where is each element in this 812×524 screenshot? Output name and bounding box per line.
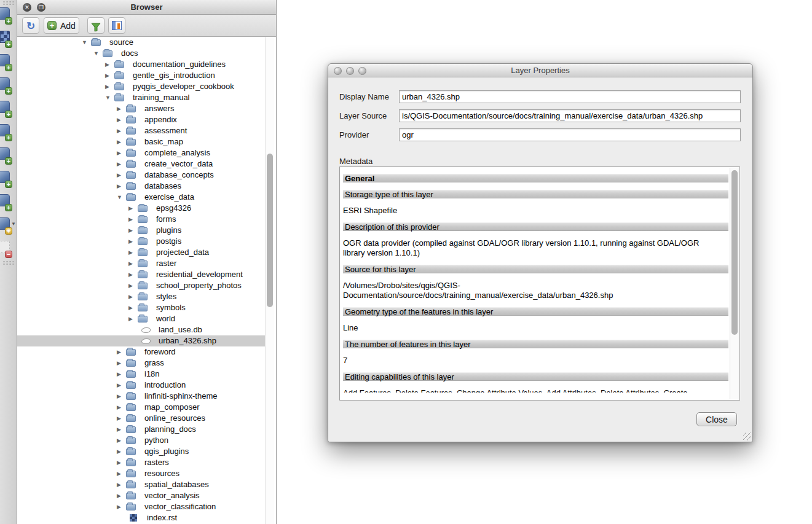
tree-item-qgis-plugins[interactable]: ▶qgis_plugins <box>17 446 266 457</box>
tree-item-projected-data[interactable]: ▶projected_data <box>17 247 266 258</box>
expand-arrow-icon[interactable]: ▶ <box>117 158 121 170</box>
new-shapefile-layer-icon[interactable]: ✳▼ <box>0 216 14 233</box>
tree-item-i18n[interactable]: ▶i18n <box>17 369 266 380</box>
expand-arrow-icon[interactable]: ▶ <box>128 247 133 258</box>
add-raster-layer-icon[interactable]: + <box>0 29 14 47</box>
expand-arrow-icon[interactable]: ▶ <box>117 413 121 424</box>
tree-item-spatial-databases[interactable]: ▶spatial_databases <box>17 479 266 490</box>
expand-arrow-icon[interactable]: ▶ <box>117 170 121 181</box>
tree-item-planning-docs[interactable]: ▶planning_docs <box>17 424 266 435</box>
tree-item-foreword[interactable]: ▶foreword <box>17 346 266 358</box>
expand-arrow-icon[interactable]: ▶ <box>117 103 121 114</box>
add-vector-layer-icon[interactable]: + <box>0 6 14 23</box>
tree-item-styles[interactable]: ▶styles <box>17 291 266 302</box>
collapse-arrow-icon[interactable]: ▼ <box>117 192 122 203</box>
expand-arrow-icon[interactable]: ▶ <box>117 457 121 468</box>
expand-arrow-icon[interactable]: ▶ <box>128 280 133 291</box>
add-wcs-layer-icon[interactable]: + <box>0 146 14 163</box>
tree-scrollbar-thumb[interactable] <box>267 154 273 307</box>
expand-arrow-icon[interactable]: ▶ <box>128 291 133 302</box>
expand-arrow-icon[interactable]: ▶ <box>117 468 121 479</box>
toolbar-drag-handle[interactable] <box>2 260 14 265</box>
tree-item-postgis[interactable]: ▶postgis <box>17 236 266 247</box>
expand-arrow-icon[interactable]: ▶ <box>105 70 109 81</box>
tree-item-source[interactable]: ▼source <box>17 37 266 48</box>
tree-item-documentation-guidelines[interactable]: ▶documentation_guidelines <box>17 59 266 70</box>
tree-item-map-composer[interactable]: ▶map_composer <box>17 402 266 413</box>
tree-item-land-use-db[interactable]: land_use.db <box>17 324 266 335</box>
display-name-field[interactable] <box>399 90 741 103</box>
expand-arrow-icon[interactable]: ▶ <box>128 302 133 313</box>
tree-item-python[interactable]: ▶python <box>17 435 266 446</box>
add-oracle-layer-icon[interactable]: + <box>0 100 14 117</box>
tree-item-database-concepts[interactable]: ▶database_concepts <box>17 170 266 181</box>
tree-item-gentle-gis-introduction[interactable]: ▶gentle_gis_introduction <box>17 70 266 81</box>
tree-item-databases[interactable]: ▶databases <box>17 181 266 192</box>
tree-item-forms[interactable]: ▶forms <box>17 214 266 225</box>
expand-arrow-icon[interactable]: ▶ <box>117 501 121 512</box>
tree-item-introduction[interactable]: ▶introduction <box>17 380 266 391</box>
tree-item-pyqgis-developer-cookbook[interactable]: ▶pyqgis_developer_cookbook <box>17 81 266 92</box>
tree-item-symbols[interactable]: ▶symbols <box>17 302 266 313</box>
filter-button[interactable] <box>87 17 104 34</box>
expand-arrow-icon[interactable]: ▶ <box>128 203 133 214</box>
expand-arrow-icon[interactable]: ▶ <box>117 125 121 136</box>
properties-widget-button[interactable] <box>108 17 125 34</box>
expand-arrow-icon[interactable]: ▶ <box>117 380 121 391</box>
tree-item-complete-analysis[interactable]: ▶complete_analysis <box>17 147 266 158</box>
expand-arrow-icon[interactable]: ▶ <box>117 424 121 435</box>
tree-item-answers[interactable]: ▶answers <box>17 103 266 114</box>
tree-item-school-property-photos[interactable]: ▶school_property_photos <box>17 280 266 291</box>
dialog-titlebar[interactable]: Layer Properties <box>328 64 752 77</box>
expand-arrow-icon[interactable]: ▶ <box>117 391 121 402</box>
add-spatialite-layer-icon[interactable]: + <box>0 76 14 93</box>
metadata-scrollbar[interactable] <box>730 168 739 399</box>
close-button[interactable]: Close <box>696 412 737 426</box>
resize-grip-icon[interactable] <box>743 432 751 440</box>
tree-item-residential-development[interactable]: ▶residential_development <box>17 269 266 280</box>
expand-arrow-icon[interactable]: ▶ <box>117 490 121 501</box>
metadata-scrollbar-thumb[interactable] <box>731 170 738 335</box>
expand-arrow-icon[interactable]: ▶ <box>117 479 121 490</box>
add-delimited-text-layer-icon[interactable]: + <box>0 193 14 210</box>
collapse-arrow-icon[interactable]: ▼ <box>105 92 111 103</box>
tree-item-vector-classification[interactable]: ▶vector_classification <box>17 501 266 512</box>
expand-arrow-icon[interactable]: ▶ <box>128 269 133 280</box>
tree-item-create-vector-data[interactable]: ▶create_vector_data <box>17 158 266 170</box>
expand-arrow-icon[interactable]: ▶ <box>117 402 121 413</box>
expand-arrow-icon[interactable]: ▶ <box>117 346 121 358</box>
tree-item-training-manual[interactable]: ▼training_manual <box>17 92 266 103</box>
add-postgis-layer-icon[interactable]: + <box>0 53 14 70</box>
tree-item-rasters[interactable]: ▶rasters <box>17 457 266 468</box>
add-button[interactable]: + Add <box>44 17 79 34</box>
expand-arrow-icon[interactable]: ▶ <box>117 147 121 158</box>
tree-item-index-rst[interactable]: index.rst <box>17 512 266 523</box>
collapse-arrow-icon[interactable]: ▼ <box>93 48 99 59</box>
expand-arrow-icon[interactable]: ▶ <box>105 59 109 70</box>
tree-scrollbar[interactable] <box>265 37 274 524</box>
tree-item-assessment[interactable]: ▶assessment <box>17 125 266 136</box>
expand-arrow-icon[interactable]: ▶ <box>117 358 121 369</box>
tree-item-world[interactable]: ▶world <box>17 313 266 324</box>
tree-item-resources[interactable]: ▶resources <box>17 468 266 479</box>
tree-item-raster[interactable]: ▶raster <box>17 258 266 269</box>
tree-item-docs[interactable]: ▼docs <box>17 48 266 59</box>
provider-field[interactable] <box>399 128 741 141</box>
tree-item-grass[interactable]: ▶grass <box>17 358 266 369</box>
tree-item-basic-map[interactable]: ▶basic_map <box>17 136 266 147</box>
expand-arrow-icon[interactable]: ▶ <box>128 214 133 225</box>
tree-item-exercise-data[interactable]: ▼exercise_data <box>17 192 266 203</box>
add-wms-layer-icon[interactable]: + <box>0 123 14 140</box>
dropdown-caret-icon[interactable]: ▼ <box>11 221 16 227</box>
expand-arrow-icon[interactable]: ▶ <box>117 136 121 147</box>
tree-item-plugins[interactable]: ▶plugins <box>17 225 266 236</box>
refresh-button[interactable]: ↻ <box>22 17 39 34</box>
remove-layer-icon[interactable]: − <box>0 240 14 257</box>
expand-arrow-icon[interactable]: ▶ <box>117 114 121 125</box>
expand-arrow-icon[interactable]: ▶ <box>117 435 121 446</box>
expand-arrow-icon[interactable]: ▶ <box>117 369 121 380</box>
expand-arrow-icon[interactable]: ▶ <box>128 258 133 269</box>
add-wfs-layer-icon[interactable]: + <box>0 170 14 187</box>
tree-item-online-resources[interactable]: ▶online_resources <box>17 413 266 424</box>
layer-source-field[interactable] <box>399 109 741 122</box>
